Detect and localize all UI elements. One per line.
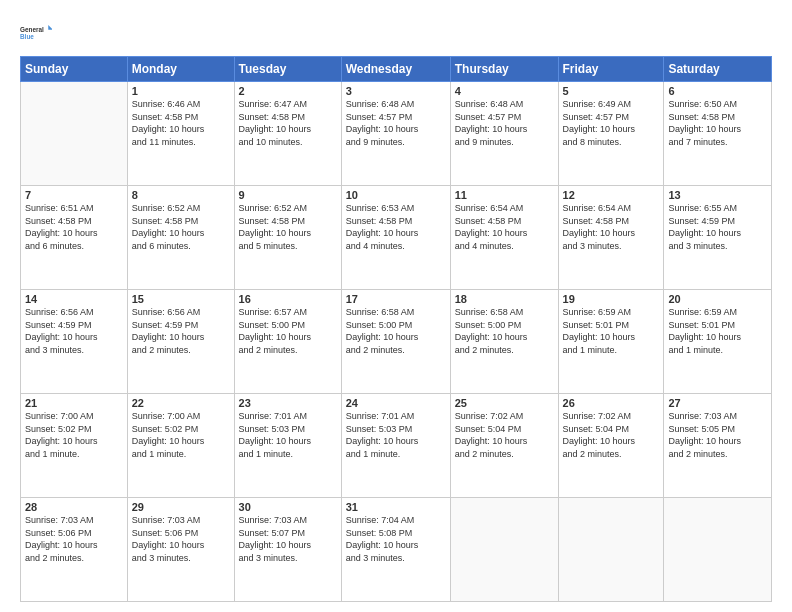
day-number: 16	[239, 293, 337, 305]
calendar-cell: 31Sunrise: 7:04 AM Sunset: 5:08 PM Dayli…	[341, 498, 450, 602]
day-number: 25	[455, 397, 554, 409]
day-info: Sunrise: 6:48 AM Sunset: 4:57 PM Dayligh…	[346, 98, 446, 148]
day-number: 14	[25, 293, 123, 305]
day-number: 13	[668, 189, 767, 201]
weekday-header-tuesday: Tuesday	[234, 57, 341, 82]
calendar-cell: 22Sunrise: 7:00 AM Sunset: 5:02 PM Dayli…	[127, 394, 234, 498]
day-number: 29	[132, 501, 230, 513]
calendar-cell: 10Sunrise: 6:53 AM Sunset: 4:58 PM Dayli…	[341, 186, 450, 290]
day-info: Sunrise: 6:56 AM Sunset: 4:59 PM Dayligh…	[25, 306, 123, 356]
day-info: Sunrise: 6:46 AM Sunset: 4:58 PM Dayligh…	[132, 98, 230, 148]
day-number: 21	[25, 397, 123, 409]
day-number: 23	[239, 397, 337, 409]
day-number: 31	[346, 501, 446, 513]
week-row-0: 1Sunrise: 6:46 AM Sunset: 4:58 PM Daylig…	[21, 82, 772, 186]
week-row-2: 14Sunrise: 6:56 AM Sunset: 4:59 PM Dayli…	[21, 290, 772, 394]
day-number: 6	[668, 85, 767, 97]
calendar-cell	[664, 498, 772, 602]
logo-icon: General Blue	[20, 18, 52, 48]
day-number: 8	[132, 189, 230, 201]
day-info: Sunrise: 7:00 AM Sunset: 5:02 PM Dayligh…	[25, 410, 123, 460]
week-row-4: 28Sunrise: 7:03 AM Sunset: 5:06 PM Dayli…	[21, 498, 772, 602]
logo: General Blue	[20, 18, 52, 48]
day-info: Sunrise: 6:56 AM Sunset: 4:59 PM Dayligh…	[132, 306, 230, 356]
day-info: Sunrise: 6:54 AM Sunset: 4:58 PM Dayligh…	[455, 202, 554, 252]
day-number: 1	[132, 85, 230, 97]
calendar-cell: 9Sunrise: 6:52 AM Sunset: 4:58 PM Daylig…	[234, 186, 341, 290]
calendar-cell: 5Sunrise: 6:49 AM Sunset: 4:57 PM Daylig…	[558, 82, 664, 186]
calendar-cell: 26Sunrise: 7:02 AM Sunset: 5:04 PM Dayli…	[558, 394, 664, 498]
day-info: Sunrise: 6:57 AM Sunset: 5:00 PM Dayligh…	[239, 306, 337, 356]
weekday-header-wednesday: Wednesday	[341, 57, 450, 82]
calendar-cell: 21Sunrise: 7:00 AM Sunset: 5:02 PM Dayli…	[21, 394, 128, 498]
weekday-header-row: SundayMondayTuesdayWednesdayThursdayFrid…	[21, 57, 772, 82]
calendar-cell: 11Sunrise: 6:54 AM Sunset: 4:58 PM Dayli…	[450, 186, 558, 290]
day-info: Sunrise: 7:04 AM Sunset: 5:08 PM Dayligh…	[346, 514, 446, 564]
day-number: 24	[346, 397, 446, 409]
calendar-cell: 20Sunrise: 6:59 AM Sunset: 5:01 PM Dayli…	[664, 290, 772, 394]
day-info: Sunrise: 6:55 AM Sunset: 4:59 PM Dayligh…	[668, 202, 767, 252]
day-number: 7	[25, 189, 123, 201]
day-number: 18	[455, 293, 554, 305]
calendar-cell	[450, 498, 558, 602]
day-info: Sunrise: 6:52 AM Sunset: 4:58 PM Dayligh…	[132, 202, 230, 252]
day-number: 15	[132, 293, 230, 305]
day-info: Sunrise: 7:03 AM Sunset: 5:06 PM Dayligh…	[132, 514, 230, 564]
svg-marker-2	[48, 25, 52, 30]
day-info: Sunrise: 6:58 AM Sunset: 5:00 PM Dayligh…	[346, 306, 446, 356]
day-number: 26	[563, 397, 660, 409]
day-info: Sunrise: 6:47 AM Sunset: 4:58 PM Dayligh…	[239, 98, 337, 148]
calendar-cell: 15Sunrise: 6:56 AM Sunset: 4:59 PM Dayli…	[127, 290, 234, 394]
day-number: 10	[346, 189, 446, 201]
day-number: 27	[668, 397, 767, 409]
day-number: 9	[239, 189, 337, 201]
calendar-cell: 2Sunrise: 6:47 AM Sunset: 4:58 PM Daylig…	[234, 82, 341, 186]
calendar-table: SundayMondayTuesdayWednesdayThursdayFrid…	[20, 56, 772, 602]
calendar-cell: 8Sunrise: 6:52 AM Sunset: 4:58 PM Daylig…	[127, 186, 234, 290]
weekday-header-sunday: Sunday	[21, 57, 128, 82]
day-info: Sunrise: 7:00 AM Sunset: 5:02 PM Dayligh…	[132, 410, 230, 460]
calendar-page: General Blue SundayMondayTuesdayWednesda…	[0, 0, 792, 612]
calendar-cell: 29Sunrise: 7:03 AM Sunset: 5:06 PM Dayli…	[127, 498, 234, 602]
day-info: Sunrise: 6:50 AM Sunset: 4:58 PM Dayligh…	[668, 98, 767, 148]
calendar-cell: 3Sunrise: 6:48 AM Sunset: 4:57 PM Daylig…	[341, 82, 450, 186]
weekday-header-friday: Friday	[558, 57, 664, 82]
day-info: Sunrise: 7:02 AM Sunset: 5:04 PM Dayligh…	[563, 410, 660, 460]
week-row-1: 7Sunrise: 6:51 AM Sunset: 4:58 PM Daylig…	[21, 186, 772, 290]
calendar-cell: 12Sunrise: 6:54 AM Sunset: 4:58 PM Dayli…	[558, 186, 664, 290]
day-number: 2	[239, 85, 337, 97]
calendar-cell: 7Sunrise: 6:51 AM Sunset: 4:58 PM Daylig…	[21, 186, 128, 290]
day-info: Sunrise: 6:53 AM Sunset: 4:58 PM Dayligh…	[346, 202, 446, 252]
calendar-cell: 16Sunrise: 6:57 AM Sunset: 5:00 PM Dayli…	[234, 290, 341, 394]
svg-text:Blue: Blue	[20, 33, 34, 40]
day-info: Sunrise: 7:01 AM Sunset: 5:03 PM Dayligh…	[346, 410, 446, 460]
day-info: Sunrise: 7:03 AM Sunset: 5:06 PM Dayligh…	[25, 514, 123, 564]
day-info: Sunrise: 6:51 AM Sunset: 4:58 PM Dayligh…	[25, 202, 123, 252]
day-number: 12	[563, 189, 660, 201]
day-info: Sunrise: 6:48 AM Sunset: 4:57 PM Dayligh…	[455, 98, 554, 148]
calendar-cell: 23Sunrise: 7:01 AM Sunset: 5:03 PM Dayli…	[234, 394, 341, 498]
calendar-cell	[558, 498, 664, 602]
calendar-cell: 4Sunrise: 6:48 AM Sunset: 4:57 PM Daylig…	[450, 82, 558, 186]
weekday-header-monday: Monday	[127, 57, 234, 82]
day-number: 22	[132, 397, 230, 409]
calendar-cell: 24Sunrise: 7:01 AM Sunset: 5:03 PM Dayli…	[341, 394, 450, 498]
day-number: 4	[455, 85, 554, 97]
day-info: Sunrise: 7:01 AM Sunset: 5:03 PM Dayligh…	[239, 410, 337, 460]
calendar-cell: 25Sunrise: 7:02 AM Sunset: 5:04 PM Dayli…	[450, 394, 558, 498]
day-info: Sunrise: 6:58 AM Sunset: 5:00 PM Dayligh…	[455, 306, 554, 356]
day-number: 19	[563, 293, 660, 305]
day-info: Sunrise: 6:59 AM Sunset: 5:01 PM Dayligh…	[563, 306, 660, 356]
svg-text:General: General	[20, 26, 44, 33]
day-info: Sunrise: 6:59 AM Sunset: 5:01 PM Dayligh…	[668, 306, 767, 356]
day-number: 11	[455, 189, 554, 201]
calendar-cell: 18Sunrise: 6:58 AM Sunset: 5:00 PM Dayli…	[450, 290, 558, 394]
calendar-cell: 30Sunrise: 7:03 AM Sunset: 5:07 PM Dayli…	[234, 498, 341, 602]
calendar-cell: 6Sunrise: 6:50 AM Sunset: 4:58 PM Daylig…	[664, 82, 772, 186]
weekday-header-thursday: Thursday	[450, 57, 558, 82]
day-info: Sunrise: 6:54 AM Sunset: 4:58 PM Dayligh…	[563, 202, 660, 252]
calendar-cell: 19Sunrise: 6:59 AM Sunset: 5:01 PM Dayli…	[558, 290, 664, 394]
calendar-cell: 14Sunrise: 6:56 AM Sunset: 4:59 PM Dayli…	[21, 290, 128, 394]
day-number: 5	[563, 85, 660, 97]
weekday-header-saturday: Saturday	[664, 57, 772, 82]
